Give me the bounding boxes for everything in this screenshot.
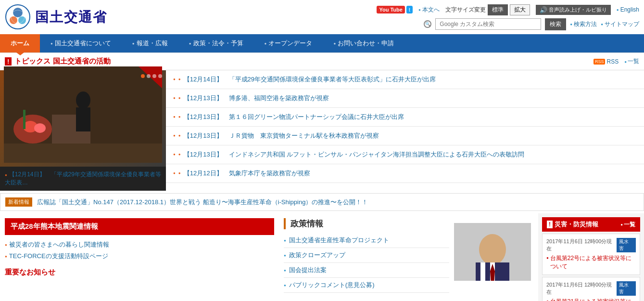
nav-about[interactable]: 国土交通省について [40, 34, 122, 52]
disaster-link-1[interactable]: 台風第22号による被害状況等について [546, 254, 636, 271]
logo-emblem [5, 4, 31, 30]
youtube-link[interactable]: You Tube t [377, 6, 413, 13]
topics-image-area: 【12月14日】 「平成29年交通関係環境保全優良事業者等大臣表… [0, 70, 166, 191]
svg-rect-9 [76, 107, 90, 131]
dot-3 [152, 74, 156, 78]
svg-point-22 [487, 243, 498, 251]
svg-point-12 [34, 123, 46, 133]
topic-item-6[interactable]: ● 【12月12日】 気象庁本庁を築政務官が視察 [166, 164, 644, 183]
topic-item-5[interactable]: ● 【12月13日】 インドネシア共和国 ルフット・ビンサル・パンジャイタン海洋… [166, 145, 644, 164]
svg-point-2 [10, 16, 17, 24]
disaster-list-link[interactable]: 一覧 [620, 221, 635, 229]
new-info-bar: 新着情報 広報誌「国土交通」No.147（2017.12-2018.1）世界と戦… [0, 193, 644, 211]
topics-content: 【12月14日】 「平成29年交通関係環境保全優良事業者等大臣表… ● 【12月… [0, 70, 644, 191]
font-size-label: 文字サイズ変更 [445, 6, 486, 14]
disaster-item-1: 2017年11月6日 12時00分現在 風水害 台風第22号による被害状況等につ… [542, 234, 640, 275]
juyo-box: 重要なお知らせ [5, 268, 274, 277]
bottom-section: 平成28年熊本地震関連情報 被災者の皆さまへの暮らし関連情報 TEC-FORCE… [0, 213, 644, 301]
policy-item-4[interactable]: パブリックコメント(意見公募) [284, 278, 449, 293]
nav-contact[interactable]: お問い合わせ・申請 [323, 34, 404, 52]
topic-bullet-4: ● [178, 133, 181, 138]
kumamoto-box: 平成28年熊本地震関連情報 [5, 218, 274, 235]
topics-photo [0, 70, 166, 167]
nav-policy[interactable]: 政策・法令・予算 [178, 34, 254, 52]
left-column: 平成28年熊本地震関連情報 被災者の皆さまへの暮らし関連情報 TEC-FORCE… [0, 213, 279, 301]
topics-title: トピックス 国土交通省の活動 [14, 57, 110, 66]
topics-image-caption[interactable]: 【12月14日】 「平成29年交通関係環境保全優良事業者等大臣表… [0, 167, 166, 191]
english-link[interactable]: English [617, 6, 639, 13]
topic-bullet-6: ● [178, 171, 181, 175]
search-input[interactable] [435, 18, 541, 30]
middle-column: 政策情報 国土交通省生産性革命プロジェクト 政策クローズアップ 国会提出法案 パ… [279, 213, 538, 301]
disaster-link-2[interactable]: 台風第21号による被害状況等について [546, 298, 636, 301]
dot-4 [158, 74, 162, 78]
topic-item-1[interactable]: ● 【12月14日】 「平成29年交通関係環境保全優良事業者等大臣表彰式」に石井… [166, 70, 644, 89]
topic-bullet-2: ● [178, 96, 181, 100]
search-button[interactable]: 検索 [545, 18, 566, 30]
policy-title: 政策情報 [284, 218, 449, 229]
youtube-icon: You Tube [377, 6, 404, 13]
kumamoto-link-1[interactable]: 被災者の皆さまへの暮らし関連情報 [5, 239, 274, 250]
policy-item-1[interactable]: 国土交通省生産性革命プロジェクト [284, 233, 449, 248]
font-standard-btn[interactable]: 標準 [488, 4, 508, 15]
new-info-link[interactable]: 広報誌「国土交通」No.147（2017.12-2018.1）世界と戦う 船造り… [37, 198, 368, 207]
rss-link[interactable]: RSS RSS [593, 58, 619, 65]
disaster-header-left: ! 災害・防災情報 [547, 220, 598, 229]
main-nav: ホーム 国土交通省について 報道・広報 政策・法令・予算 オープンデータ お問い… [0, 34, 644, 52]
speaker-icon: 🔊 [540, 6, 547, 13]
svg-point-8 [76, 92, 90, 109]
rss-icon: RSS [593, 59, 606, 65]
topics-rss-area: RSS RSS 一覧 [593, 57, 639, 65]
topic-item-4[interactable]: ● 【12月13日】 ＪＲ貨物 東京貨物ターミナル駅を秋本政務官が視察 [166, 127, 644, 145]
policy-item-3[interactable]: 国会提出法案 [284, 263, 449, 278]
twitter-icon: t [406, 6, 413, 13]
site-logo-text: 国土交通省 [35, 8, 107, 26]
disaster-meta-2: 2017年11月6日 12時00分現在 風水害 [546, 281, 636, 296]
dot-indicator [141, 74, 162, 78]
dot-2 [147, 74, 151, 78]
search-method-link[interactable]: 検索方法 [570, 20, 597, 28]
disaster-item-2: 2017年11月6日 12時00分現在 風水害 台風第21号による被害状況等につ… [542, 277, 640, 301]
kumamoto-link-2[interactable]: TEC-FORCEの支援活動特設ページ [5, 250, 274, 262]
disaster-box: ! 災害・防災情報 一覧 2017年11月6日 12時00分現在 風水害 台風第… [538, 213, 644, 301]
topics-badge: ! [5, 57, 12, 65]
topics-list: ● 【12月14日】 「平成29年交通関係環境保全優良事業者等大臣表彰式」に石井… [166, 70, 644, 191]
disaster-header: ! 災害・防災情報 一覧 [542, 217, 640, 232]
nav-press[interactable]: 報道・広報 [122, 34, 178, 52]
topic-item-2[interactable]: ● 【12月13日】 博多港、福岡空港を築政務官が視察 [166, 89, 644, 108]
sitemap-link[interactable]: サイトマップ [601, 20, 639, 28]
topic-bullet-1: ● [178, 77, 181, 81]
disaster-type-2: 風水害 [617, 281, 636, 296]
disaster-meta-1: 2017年11月6日 12時00分現在 風水害 [546, 238, 636, 252]
voice-btn[interactable]: 🔊 音声読み上げ・ルビ振り [536, 5, 611, 15]
topic-bullet-3: ● [178, 115, 181, 119]
disaster-date-2: 2017年11月6日 12時00分現在 [546, 281, 617, 296]
policy-minister-photo [454, 223, 531, 281]
svg-rect-19 [480, 262, 485, 281]
topic-item-3[interactable]: ● 【12月13日】 第１６回グリーン物流パートナーシップ会議に石井大臣が出席 [166, 108, 644, 127]
disaster-type-1: 風水害 [617, 238, 636, 252]
svg-point-1 [13, 8, 23, 17]
svg-point-3 [18, 16, 26, 24]
disaster-date-1: 2017年11月6日 12時00分現在 [546, 238, 617, 252]
policy-item-2[interactable]: 政策クローズアップ [284, 248, 449, 263]
dot-1 [141, 74, 145, 78]
disaster-badge: ! [547, 221, 553, 228]
juyo-title: 重要なお知らせ [5, 268, 274, 277]
search-icon: 🔍 [424, 20, 431, 28]
disaster-column: ! 災害・防災情報 一覧 2017年11月6日 12時00分現在 風水害 台風第… [538, 213, 644, 301]
nav-opendata[interactable]: オープンデータ [254, 34, 323, 52]
svg-rect-13 [23, 110, 25, 129]
main-text-link[interactable]: 本文へ [418, 6, 440, 14]
font-large-btn[interactable]: 拡大 [510, 4, 530, 15]
topics-list-link[interactable]: 一覧 [624, 57, 639, 65]
topic-bullet-5: ● [178, 152, 181, 157]
nav-home[interactable]: ホーム [0, 34, 40, 52]
svg-rect-14 [4, 144, 162, 163]
new-info-badge: 新着情報 [5, 197, 32, 207]
